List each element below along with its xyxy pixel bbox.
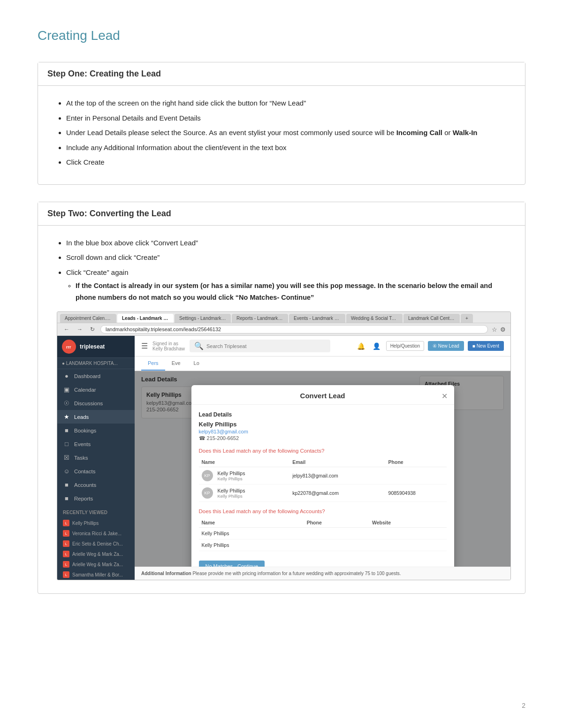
search-icon: 🔍 (194, 341, 204, 350)
sidebar-item-tasks-label: Tasks (74, 455, 88, 461)
recent-item-4[interactable]: L Arielle Weg & Mark Za... (57, 549, 135, 559)
bookings-icon: ■ (63, 427, 70, 434)
recent-item-3[interactable]: L Eric Seto & Denise Ch... (57, 538, 135, 549)
lead-area: Lead Details Kelly Phillips kelpy813@gma… (135, 371, 510, 567)
sidebar-item-discussions-label: Discussions (74, 401, 103, 406)
contacts-table: Name Email Phone (199, 457, 447, 502)
recent-item-1[interactable]: L Kelly Phillips (57, 518, 135, 528)
sidebar-item-contacts-label: Contacts (74, 469, 95, 474)
menu-icon[interactable]: ☰ (141, 341, 148, 350)
topbar-search[interactable]: 🔍 (190, 340, 330, 352)
accounts-icon: ■ (63, 481, 70, 488)
modal-close-button[interactable]: ✕ (441, 392, 448, 401)
star-icon[interactable]: ☆ (492, 326, 497, 333)
recent-item-5[interactable]: L Arielle Weg & Mark Za... (57, 559, 135, 569)
browser-tab-calendar[interactable]: Appointment Calen... ✕ (60, 314, 116, 323)
reload-button[interactable]: ↻ (88, 325, 97, 334)
tab-personal[interactable]: Pers (141, 356, 165, 371)
back-button[interactable]: ← (62, 325, 71, 334)
browser-tab-new[interactable]: + (461, 314, 473, 323)
sidebar-item-calendar-label: Calendar (74, 387, 96, 393)
sidebar-item-tasks[interactable]: ☒ Tasks (57, 451, 135, 464)
account-phone-1 (304, 528, 369, 539)
modal-lead-phone: ☎ 215-200-6652 (199, 435, 447, 441)
sidebar-item-calendar[interactable]: ▣ Calendar (57, 383, 135, 396)
sidebar-item-events-label: Events (74, 441, 91, 447)
browser-tab-landmark[interactable]: Landmark Call Cente... ✕ (403, 314, 460, 323)
sidebar-item-contacts[interactable]: ☺ Contacts (57, 464, 135, 478)
sidebar-item-events[interactable]: □ Events (57, 437, 135, 451)
contact-email-2: kp22078@gmail.com (289, 485, 385, 502)
settings-icon[interactable]: ⚙ (500, 326, 506, 333)
sidebar-item-accounts[interactable]: ■ Accounts (57, 478, 135, 492)
step-two-section: Step Two: Converting the Lead In the blu… (38, 202, 525, 594)
main-area: ☰ Signed in as Kelly Bradshaw 🔍 🔔 👤 (135, 336, 510, 580)
address-box[interactable]: landmarkhospitality.tripleseat.com/leads… (100, 325, 488, 334)
browser-tab-settings[interactable]: Settings - Landmark ✕ (175, 314, 231, 323)
recent-badge-2: L (63, 530, 69, 537)
signed-in-label: Signed in as Kelly Bradshaw (152, 341, 185, 351)
step-two-sub-bullet: If the Contact is already in our system … (76, 280, 511, 303)
sidebar-item-discussions[interactable]: ☉ Discussions (57, 396, 135, 410)
account-row-2: Kelly Phillips (199, 539, 447, 551)
sidebar: rrr tripleseat ● LANDMARK HOSPITA... ● D… (57, 336, 135, 580)
sidebar-item-reports[interactable]: ■ Reports (57, 492, 135, 505)
accounts-col-website: Website (369, 518, 447, 528)
no-matches-button[interactable]: No Matches - Continue (199, 561, 265, 567)
svg-text:rrr: rrr (66, 345, 71, 349)
tab-location[interactable]: Lo (187, 356, 206, 371)
step-one-bullet-4: Include any Additional Information about… (66, 142, 511, 154)
account-name-2: Kelly Phillips (199, 539, 304, 551)
step-one-bullet-2: Enter in Personal Details and Event Deta… (66, 112, 511, 124)
recent-item-2[interactable]: L Veronica Ricci & Jake... (57, 528, 135, 538)
recently-viewed-label: Recently Viewed (57, 507, 135, 518)
step-two-content: In the blue box above click “Convert Lea… (38, 226, 525, 594)
contact-phone-2: 9085904938 (386, 485, 447, 502)
recent-item-6-label: Samantha Miller & Bor... (72, 572, 123, 577)
recent-item-7[interactable]: L Bren Wong (57, 580, 135, 580)
contact-avatar-1: KP (202, 470, 213, 481)
discussions-icon: ☉ (63, 400, 70, 407)
step-one-bullet-1: At the top of the screen on the right ha… (66, 97, 511, 109)
sidebar-item-bookings-label: Bookings (74, 428, 96, 433)
sidebar-item-leads[interactable]: ★ Leads (57, 410, 135, 424)
browser-tab-wedding[interactable]: Wedding & Social To... ✕ (346, 314, 403, 323)
notification-icon[interactable]: 🔔 (355, 341, 367, 352)
recent-item-5-label: Arielle Weg & Mark Za... (72, 562, 123, 567)
topbar: ☰ Signed in as Kelly Bradshaw 🔍 🔔 👤 (135, 336, 510, 356)
tasks-icon: ☒ (63, 454, 70, 461)
contact-avatar-2: KP (202, 487, 213, 499)
sidebar-item-accounts-label: Accounts (74, 482, 96, 488)
new-event-button[interactable]: ■ New Event (468, 341, 504, 351)
brand-name: tripleseat (80, 343, 105, 350)
search-input[interactable] (206, 343, 326, 349)
modal-lead-details-label: Lead Details (199, 411, 447, 418)
step-one-bullet-3: Under Lead Details please select the Sou… (66, 127, 511, 139)
contacts-col-name: Name (199, 457, 290, 467)
recent-badge-6: L (63, 571, 69, 578)
help-button[interactable]: Help/Question (386, 341, 424, 351)
modal-lead-email: kelpy813@gmail.com (199, 429, 447, 434)
user-icon[interactable]: 👤 (371, 341, 382, 352)
sidebar-item-leads-label: Leads (74, 414, 89, 420)
forward-button[interactable]: → (75, 325, 84, 334)
browser-tab-bar: Appointment Calen... ✕ Leads - Landmark … (57, 312, 510, 323)
tab-event[interactable]: Eve (165, 356, 187, 371)
calendar-icon: ▣ (63, 386, 70, 393)
additional-info-bar: Additional Information Please provide me… (135, 567, 510, 580)
step-two-bullet-1: In the blue box above click “Convert Lea… (66, 237, 511, 249)
accounts-col-phone: Phone (304, 518, 369, 528)
recent-item-6[interactable]: L Samantha Miller & Bor... (57, 569, 135, 580)
sidebar-item-dashboard[interactable]: ● Dashboard (57, 369, 135, 383)
new-lead-button[interactable]: ④ New Lead (428, 341, 464, 351)
recent-badge-4: L (63, 551, 69, 557)
recent-badge-3: L (63, 540, 69, 547)
contact-name-2: KP Kelly Phillips Kelly Phillips (199, 485, 290, 502)
sidebar-item-bookings[interactable]: ■ Bookings (57, 424, 135, 437)
browser-tab-reports[interactable]: Reports - Landmark ✕ (232, 314, 288, 323)
venue-icon: ● (62, 361, 65, 366)
leads-icon: ★ (63, 413, 70, 420)
browser-tab-leads[interactable]: Leads - Landmark H... ✕ (117, 314, 174, 323)
browser-tab-events[interactable]: Events - Landmark H... ✕ (289, 314, 345, 323)
dashboard-icon: ● (63, 372, 70, 379)
